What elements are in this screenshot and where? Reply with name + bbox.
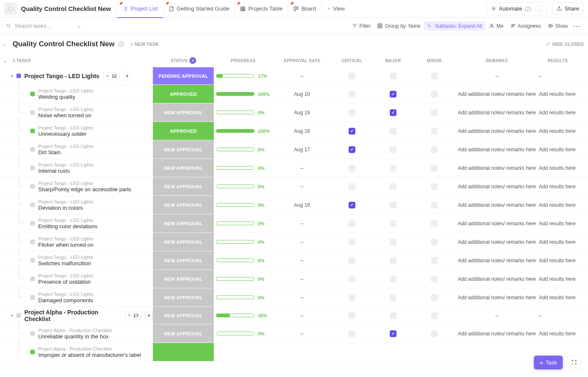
checkbox[interactable] (349, 257, 355, 264)
col-major[interactable]: MAJOR (373, 58, 414, 63)
critical-cell[interactable] (331, 251, 373, 269)
subtask-row[interactable]: Project Tango - LED LightsWelding qualit… (0, 85, 588, 103)
status-cell[interactable]: NEW APPROVAL (153, 324, 214, 343)
checkbox[interactable] (390, 73, 396, 79)
progress-cell[interactable]: 0% (214, 140, 273, 158)
chevron-down-icon[interactable]: ▾ (11, 313, 13, 318)
progress-cell[interactable]: 0% (214, 251, 273, 269)
major-cell[interactable] (373, 177, 414, 195)
subtasks-button[interactable]: Subtasks: Expand All (424, 21, 486, 31)
major-cell[interactable] (373, 140, 414, 158)
checkbox[interactable] (390, 202, 396, 208)
checkbox[interactable] (349, 294, 355, 301)
date-cell[interactable]: Aug 19 (273, 196, 331, 214)
minor-cell[interactable] (414, 177, 455, 195)
checkbox[interactable] (431, 202, 438, 208)
checkbox[interactable] (349, 239, 355, 245)
major-cell[interactable] (373, 324, 414, 343)
results-cell[interactable]: – (539, 67, 577, 84)
status-cell[interactable]: NEW APPROVAL (153, 103, 214, 121)
progress-cell[interactable]: 0% (214, 270, 273, 288)
major-cell[interactable] (373, 251, 414, 269)
subtask-row[interactable]: Project Tango - LED LightsUnnecessary so… (0, 122, 588, 140)
collapse-icon[interactable]: ⌄ (3, 41, 10, 47)
minor-cell[interactable] (414, 122, 455, 140)
checkbox[interactable] (349, 165, 355, 171)
status-square[interactable] (30, 295, 35, 300)
share-button[interactable]: Share (552, 3, 584, 15)
info-icon[interactable]: i (118, 41, 125, 47)
subtask-row[interactable]: Project Tango - LED LightsDeviation in c… (0, 196, 588, 214)
date-cell[interactable]: Aug 19 (273, 103, 331, 121)
collapse-all-icon[interactable]: ⌄ (3, 58, 7, 63)
status-square[interactable] (30, 184, 35, 189)
me-button[interactable]: Me (486, 21, 507, 31)
tab-board[interactable]: 📌Board (288, 0, 321, 18)
checkbox[interactable] (431, 165, 438, 171)
critical-cell[interactable] (331, 324, 373, 343)
remarks-cell[interactable]: Add additional notes/ remarks here (455, 270, 539, 288)
remarks-cell[interactable]: Add additional notes/ remarks here (455, 196, 539, 214)
critical-cell[interactable] (331, 288, 373, 306)
checkbox[interactable] (349, 202, 355, 208)
status-cell[interactable]: NEW APPROVAL (153, 288, 214, 306)
checkbox[interactable] (390, 220, 396, 227)
results-cell[interactable]: Add results here (539, 233, 577, 251)
status-cell[interactable]: NEW APPROVAL (153, 196, 214, 214)
remarks-cell[interactable]: Add additional notes/ remarks here (455, 251, 539, 269)
status-cell[interactable]: NEW APPROVAL (153, 214, 214, 232)
critical-cell[interactable] (331, 307, 373, 324)
checkbox[interactable] (431, 91, 438, 98)
checkbox[interactable] (390, 312, 396, 319)
subtask-row[interactable]: Project Tango - LED LightsEmitting color… (0, 214, 588, 233)
checkbox[interactable] (431, 257, 438, 264)
checkbox[interactable] (349, 109, 355, 116)
space-icon[interactable] (4, 3, 17, 15)
minor-cell[interactable] (414, 251, 455, 269)
results-cell[interactable]: Add results here (539, 103, 577, 121)
subtask-row[interactable]: Project Tango - LED LightsFlicker when t… (0, 233, 588, 251)
status-square[interactable] (30, 258, 35, 263)
checkbox[interactable] (349, 128, 355, 134)
remarks-cell[interactable]: Add additional notes/ remarks here (455, 140, 539, 158)
checkbox[interactable] (431, 146, 438, 153)
checkbox[interactable] (431, 73, 438, 79)
results-cell[interactable]: Add results here (539, 214, 577, 232)
checkbox[interactable] (431, 330, 438, 337)
results-cell[interactable]: Add results here (539, 270, 577, 288)
major-cell[interactable] (373, 214, 414, 232)
date-cell[interactable]: Aug 18 (273, 122, 331, 140)
date-cell[interactable]: – (273, 270, 331, 288)
subtask-count[interactable]: 17 (125, 312, 142, 319)
checkbox[interactable] (390, 128, 396, 134)
chevron-down-icon[interactable]: ⌄ (536, 5, 543, 12)
major-cell[interactable] (373, 288, 414, 306)
critical-cell[interactable] (331, 214, 373, 232)
date-cell[interactable]: Aug 17 (273, 140, 331, 158)
checkbox[interactable] (390, 146, 396, 153)
progress-cell[interactable]: 0% (214, 177, 273, 195)
date-cell[interactable]: – (273, 233, 331, 251)
checkbox[interactable] (349, 91, 355, 98)
progress-cell[interactable]: 35% (214, 307, 273, 324)
status-cell[interactable]: NEW APPROVAL (153, 159, 214, 177)
add-view[interactable]: +View (322, 0, 350, 18)
checkbox[interactable] (431, 220, 438, 227)
status-cell[interactable]: APPROVED (153, 85, 214, 103)
col-remarks[interactable]: REMARKS (455, 58, 539, 63)
checkbox[interactable] (349, 146, 355, 153)
progress-cell[interactable]: 0% (214, 288, 273, 306)
progress-cell[interactable]: 0% (214, 103, 273, 121)
critical-cell[interactable] (331, 270, 373, 288)
results-cell[interactable]: Add results here (539, 251, 577, 269)
tab-projects-table[interactable]: 📌Projects Table (234, 0, 287, 18)
checkbox[interactable] (390, 183, 396, 190)
assignees-button[interactable]: Assignees (507, 21, 544, 31)
subtask-row[interactable]: Project Alpha - Production ChecklistImpr… (0, 343, 588, 361)
tab-getting-started-guide[interactable]: 📌Getting Started Guide (163, 0, 235, 18)
status-square[interactable] (30, 277, 35, 281)
remarks-cell[interactable]: Add additional notes/ remarks here (455, 288, 539, 306)
critical-cell[interactable] (331, 103, 373, 121)
checkbox[interactable] (431, 276, 438, 282)
status-square[interactable] (30, 350, 35, 354)
